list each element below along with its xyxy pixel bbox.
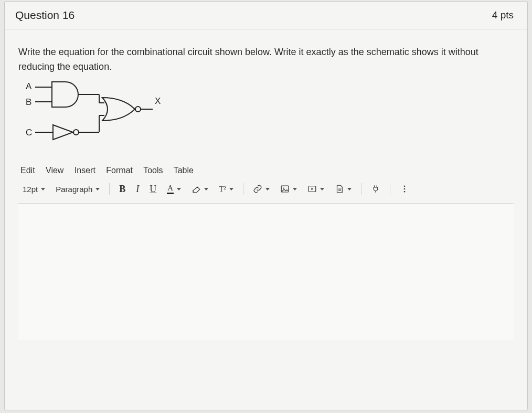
svg-point-13 [283,188,284,189]
media-icon [307,184,317,194]
menu-format[interactable]: Format [106,166,133,175]
document-button[interactable] [333,183,354,195]
menu-insert[interactable]: Insert [75,166,95,175]
editor-textarea[interactable] [18,204,514,340]
toolbar-separator [109,183,110,195]
question-title: Question 16 [15,9,75,22]
label-c: C [26,128,32,137]
chevron-down-icon [95,188,100,190]
underline-button[interactable]: U [147,183,158,196]
media-button[interactable] [305,183,326,195]
question-points: 4 pts [492,9,514,21]
toolbar-separator [361,183,361,195]
prompt-line-2: reducing the equation. [18,61,112,72]
superscript-button[interactable]: T² [217,184,236,195]
bold-button[interactable]: B [117,183,127,196]
circuit-diagram: A B C [20,79,514,149]
text-color-label: A [167,184,174,194]
label-a: A [26,81,32,91]
chevron-down-icon [229,188,233,190]
editor-menubar: Edit View Insert Format Tools Table [18,165,514,181]
image-button[interactable] [278,183,299,195]
editor-toolbar: 12pt Paragraph B I U A T² [18,181,514,204]
menu-table[interactable]: Table [174,166,194,175]
menu-edit[interactable]: Edit [20,166,35,175]
plug-icon [371,184,380,194]
toolbar-separator [243,183,243,195]
italic-button[interactable]: I [134,183,141,196]
question-prompt: Write the equation for the combinational… [18,45,514,75]
chevron-down-icon [347,188,352,190]
chevron-down-icon [177,188,181,190]
svg-point-16 [403,188,405,190]
font-size-label: 12pt [23,185,38,194]
chevron-down-icon [265,188,270,190]
link-button[interactable] [251,183,272,195]
prompt-line-1: Write the equation for the combinational… [18,47,478,57]
svg-point-15 [403,186,405,187]
question-header: Question 16 4 pts [5,2,527,29]
chevron-down-icon [320,188,324,190]
question-body: Write the equation for the combinational… [5,29,527,345]
kebab-icon [400,184,409,194]
question-card: Question 16 4 pts Write the equation for… [4,1,528,410]
apps-button[interactable] [369,183,382,195]
toolbar-separator [390,183,390,195]
link-icon [253,184,262,194]
label-b: B [26,97,31,107]
label-x: X [155,96,161,106]
menu-tools[interactable]: Tools [143,166,163,175]
font-size-select[interactable]: 12pt [20,184,47,195]
block-format-label: Paragraph [56,185,92,194]
menu-view[interactable]: View [46,166,63,175]
image-icon [280,184,290,194]
document-icon [335,184,344,194]
chevron-down-icon [293,188,297,190]
more-button[interactable] [398,183,411,195]
svg-point-10 [135,107,141,112]
superscript-label: T² [219,185,226,194]
block-format-select[interactable]: Paragraph [54,184,102,195]
highlight-color-button[interactable] [189,183,210,195]
highlighter-icon [191,184,201,194]
chevron-down-icon [204,188,208,190]
text-color-button[interactable]: A [165,183,183,195]
chevron-down-icon [41,188,45,190]
svg-point-17 [403,191,405,193]
